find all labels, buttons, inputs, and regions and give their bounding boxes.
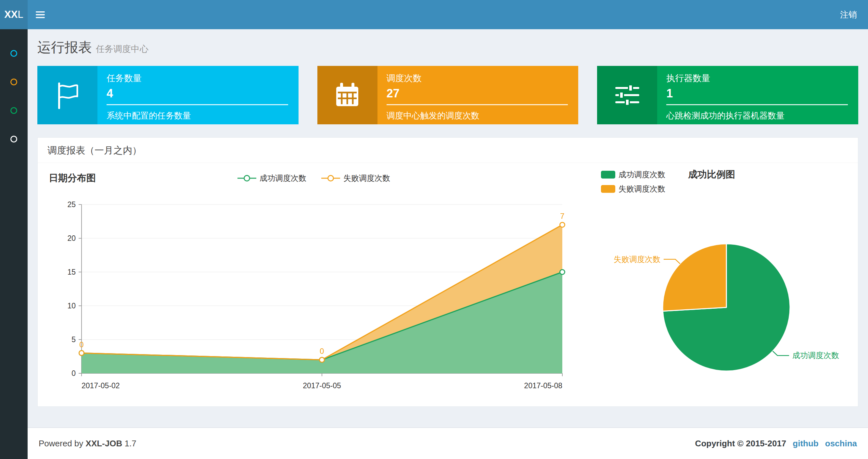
info-box-title: 执行器数量 <box>666 72 848 84</box>
info-box-title: 调度次数 <box>386 72 568 84</box>
info-box-desc: 心跳检测成功的执行器机器数量 <box>666 110 848 122</box>
svg-text:15: 15 <box>67 268 76 276</box>
svg-text:成功调度次数: 成功调度次数 <box>792 351 839 360</box>
main-content: 运行报表任务调度中心 任务数量 4 系统中配置的任务数量 <box>28 29 868 427</box>
app-logo[interactable]: XXL <box>0 0 28 29</box>
page-title-text: 运行报表 <box>37 40 92 55</box>
svg-text:7: 7 <box>560 211 564 221</box>
circle-o-icon <box>10 50 17 57</box>
legend-swatch-icon <box>601 185 615 193</box>
line-chart-legend: 成功调度次数 失败调度次数 <box>44 173 583 184</box>
flag-icon <box>37 66 97 124</box>
top-navbar: XXL 注销 <box>0 0 868 29</box>
info-box-jobs: 任务数量 4 系统中配置的任务数量 <box>37 66 299 124</box>
info-box-value: 1 <box>666 87 848 100</box>
svg-text:25: 25 <box>67 200 76 209</box>
legend-item-success[interactable]: 成功调度次数 <box>601 169 665 180</box>
svg-text:2017-05-02: 2017-05-02 <box>82 382 120 390</box>
legend-item-fail[interactable]: 失败调度次数 <box>601 184 665 194</box>
circle-o-icon <box>10 78 17 86</box>
pie-chart-title: 成功比例图 <box>688 169 735 179</box>
page-footer: Powered by XXL-JOB 1.7 Copyright © 2015-… <box>28 427 868 459</box>
line-marker-icon <box>238 174 256 183</box>
sidebar-item-4[interactable] <box>0 125 28 153</box>
sidebar-item-3[interactable] <box>0 96 28 125</box>
copyright-text: Copyright © 2015-2017 <box>695 438 786 449</box>
sliders-icon <box>597 66 657 124</box>
info-box-divider <box>666 104 848 105</box>
svg-text:5: 5 <box>71 335 76 344</box>
app-logo-rest: L <box>18 9 23 21</box>
sidebar-toggle-button[interactable] <box>28 0 53 29</box>
success-ratio-chart: 成功调度次数失败调度次数 <box>590 199 853 406</box>
svg-text:0: 0 <box>71 369 76 378</box>
line-chart-block: 日期分布图 成功调度次数 <box>44 168 583 406</box>
legend-item-success[interactable]: 成功调度次数 <box>238 173 306 184</box>
sidebar-item-2[interactable] <box>0 67 28 96</box>
pie-chart-legend: 成功调度次数 失败调度次数 <box>601 169 665 194</box>
oschina-link[interactable]: oschina <box>825 438 857 449</box>
calendar-icon <box>317 66 377 124</box>
product-name: XXL-JOB <box>86 438 122 448</box>
svg-text:失败调度次数: 失败调度次数 <box>614 255 660 264</box>
sidebar <box>0 29 28 459</box>
date-distribution-chart: 05101520252017-05-022017-05-052017-05-08… <box>44 188 583 402</box>
svg-text:0: 0 <box>79 340 84 349</box>
svg-text:10: 10 <box>67 301 76 310</box>
powered-by: Powered by XXL-JOB 1.7 <box>39 438 136 449</box>
svg-text:2017-05-05: 2017-05-05 <box>303 382 341 390</box>
panel-title: 调度报表（一月之内） <box>38 138 858 163</box>
pie-slice <box>663 244 726 311</box>
report-panel: 调度报表（一月之内） 日期分布图 成功调度次数 <box>37 137 858 407</box>
info-box-desc: 系统中配置的任务数量 <box>106 110 288 122</box>
info-box-executors: 执行器数量 1 心跳检测成功的执行器机器数量 <box>597 66 858 124</box>
info-box-value: 27 <box>386 87 568 100</box>
svg-text:0: 0 <box>320 347 324 356</box>
app-logo-bold: XX <box>4 9 18 21</box>
line-chart-title: 日期分布图 <box>49 172 96 185</box>
navbar-body: 注销 <box>28 0 868 29</box>
circle-o-icon <box>10 107 17 114</box>
charts-row: 日期分布图 成功调度次数 <box>38 163 858 406</box>
content-header: 运行报表任务调度中心 <box>28 29 868 58</box>
page-subtitle: 任务调度中心 <box>96 44 149 54</box>
info-box-divider <box>386 104 568 105</box>
line-marker-icon <box>321 174 340 183</box>
info-box-row: 任务数量 4 系统中配置的任务数量 调度次数 <box>37 66 858 124</box>
logout-link[interactable]: 注销 <box>840 9 857 21</box>
hamburger-icon <box>35 11 45 19</box>
info-box-title: 任务数量 <box>106 72 288 84</box>
legend-item-fail[interactable]: 失败调度次数 <box>321 173 390 184</box>
page-title: 运行报表任务调度中心 <box>37 39 858 58</box>
svg-text:20: 20 <box>67 234 76 242</box>
circle-o-icon <box>10 136 17 142</box>
legend-swatch-icon <box>601 171 615 178</box>
pie-chart-block: 成功调度次数 失败调度次数 成功比例图 成功调度次数失败调度次数 <box>590 168 853 406</box>
info-box-divider <box>106 104 288 105</box>
info-box-desc: 调度中心触发的调度次数 <box>386 110 568 122</box>
github-link[interactable]: github <box>793 438 818 449</box>
sidebar-item-1[interactable] <box>0 39 28 67</box>
product-version: 1.7 <box>124 438 136 448</box>
info-box-value: 4 <box>106 87 288 100</box>
info-box-triggers: 调度次数 27 调度中心触发的调度次数 <box>317 66 579 124</box>
svg-text:2017-05-08: 2017-05-08 <box>524 382 562 390</box>
